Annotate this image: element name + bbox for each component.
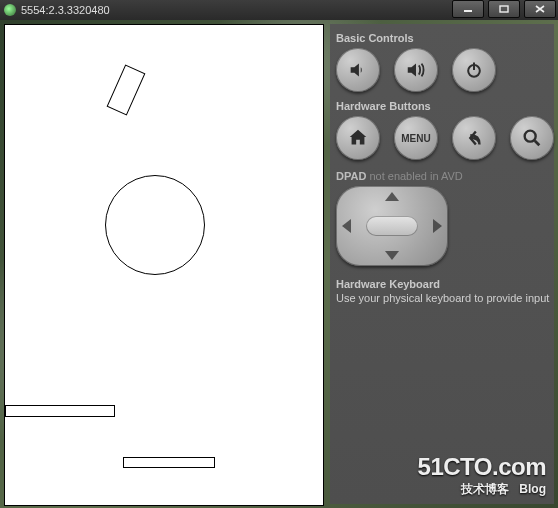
svg-point-4 xyxy=(525,131,536,142)
menu-button-label: MENU xyxy=(401,133,430,144)
back-button[interactable] xyxy=(452,116,496,160)
minimize-button[interactable] xyxy=(452,0,484,18)
volume-down-button[interactable] xyxy=(336,48,380,92)
android-icon xyxy=(4,4,16,16)
svg-rect-1 xyxy=(500,6,508,12)
drawn-circle xyxy=(105,175,205,275)
power-button[interactable] xyxy=(452,48,496,92)
watermark-line2a: 技术博客 xyxy=(461,481,509,498)
dpad-right-icon xyxy=(433,219,442,233)
basic-controls-heading: Basic Controls xyxy=(336,32,554,44)
dpad-up-icon xyxy=(385,192,399,201)
watermark-line1: 51CTO.com xyxy=(418,453,546,481)
maximize-button[interactable] xyxy=(488,0,520,18)
dpad xyxy=(336,186,448,266)
window-buttons xyxy=(450,0,558,20)
drawn-rect-rotated xyxy=(107,65,146,116)
window-title: 5554:2.3.3320480 xyxy=(21,4,450,16)
volume-up-button[interactable] xyxy=(394,48,438,92)
svg-rect-0 xyxy=(464,10,472,12)
menu-button[interactable]: MENU xyxy=(394,116,438,160)
dpad-down-icon xyxy=(385,251,399,260)
watermark-line2b: Blog xyxy=(519,482,546,496)
dpad-left-icon xyxy=(342,219,351,233)
drawn-bar-2 xyxy=(123,457,215,468)
drawn-bar-1 xyxy=(5,405,115,417)
home-button[interactable] xyxy=(336,116,380,160)
hardware-keyboard-hint: Use your physical keyboard to provide in… xyxy=(336,292,554,305)
hardware-keyboard-heading: Hardware Keyboard xyxy=(336,278,554,290)
dpad-center xyxy=(366,216,418,236)
dpad-status: not enabled in AVD xyxy=(369,170,462,182)
dpad-heading: DPAD not enabled in AVD xyxy=(336,170,554,182)
watermark: 51CTO.com 技术博客 Blog xyxy=(418,453,546,498)
hardware-buttons-heading: Hardware Buttons xyxy=(336,100,554,112)
search-button[interactable] xyxy=(510,116,554,160)
emulator-screen[interactable] xyxy=(4,24,324,506)
svg-rect-3 xyxy=(473,63,475,71)
dpad-label: DPAD xyxy=(336,170,366,182)
emulator-control-panel: Basic Controls Hardware Buttons MENU DPA… xyxy=(330,24,554,504)
close-button[interactable] xyxy=(524,0,556,18)
window-titlebar: 5554:2.3.3320480 xyxy=(0,0,558,20)
